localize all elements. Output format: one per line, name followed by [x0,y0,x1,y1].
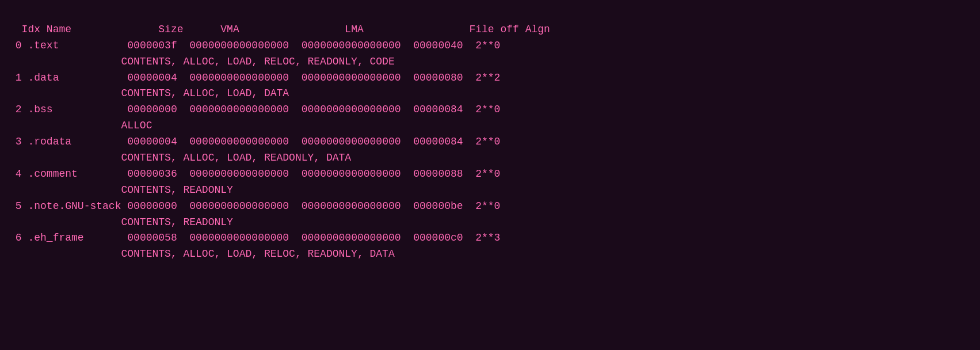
algn-1: 2**2 [475,72,500,83]
flags-row-2: ALLOC [9,120,152,131]
name-2: .bss [28,104,52,115]
name-6: .eh_frame [28,232,83,244]
name-0: .text [28,40,59,51]
section-row-2: 2 .bss 00000000 0000000000000000 0000000… [9,104,500,115]
idx-5: 5 [16,200,22,212]
lma-0: 0000000000000000 [302,40,401,51]
algn-4: 2**0 [475,168,500,180]
section-row-4: 4 .comment 00000036 0000000000000000 000… [9,168,500,180]
flags-row-5: CONTENTS, READONLY [9,216,233,228]
section-row-6: 6 .eh_frame 00000058 0000000000000000 00… [9,232,500,244]
name-4: .comment [28,168,77,180]
idx-0: 0 [16,40,22,51]
lma-1: 0000000000000000 [302,72,401,83]
size-2: 00000000 [127,104,177,115]
header-row: Idx Name Size VMA LMA File off Algn [22,24,550,35]
size-5: 00000000 [127,200,177,212]
fileoff-6: 000000c0 [413,232,463,244]
fileoff-2: 00000084 [413,104,463,115]
header-fileoff: File off [469,24,518,35]
flags-row-0: CONTENTS, ALLOC, LOAD, RELOC, READONLY, … [9,56,395,67]
idx-1: 1 [16,72,22,83]
header-text: Idx [22,24,40,35]
flags-text-2: ALLOC [121,120,152,131]
idx-4: 4 [16,168,22,180]
flags-text-5: CONTENTS, READONLY [121,216,232,228]
flags-row-3: CONTENTS, ALLOC, LOAD, READONLY, DATA [9,152,351,163]
section-row-0: 0 .text 0000003f 0000000000000000 000000… [9,40,500,51]
idx-6: 6 [16,232,22,244]
lma-2: 0000000000000000 [302,104,401,115]
vma-4: 0000000000000000 [189,168,289,180]
algn-0: 2**0 [475,40,500,51]
header-name: Name [47,24,71,35]
size-0: 0000003f [127,40,177,51]
section-row-5: 5 .note.GNU-stack 00000000 0000000000000… [9,200,500,212]
idx-2: 2 [16,104,22,115]
algn-5: 2**0 [475,200,500,212]
vma-5: 0000000000000000 [189,200,289,212]
flags-row-1: CONTENTS, ALLOC, LOAD, DATA [9,88,289,99]
section-row-3: 3 .rodata 00000004 0000000000000000 0000… [9,136,500,147]
fileoff-4: 00000088 [413,168,463,180]
algn-3: 2**0 [475,136,500,147]
size-6: 00000058 [127,232,177,244]
lma-6: 0000000000000000 [302,232,401,244]
name-1: .data [28,72,59,83]
header-vma: VMA [220,24,239,35]
section-row-1: 1 .data 00000004 0000000000000000 000000… [9,72,500,83]
flags-text-0: CONTENTS, ALLOC, LOAD, RELOC, READONLY, … [121,56,394,67]
vma-1: 0000000000000000 [189,72,289,83]
fileoff-5: 000000be [413,200,463,212]
terminal-output: Idx Name Size VMA LMA File off Algn 0 .t… [9,6,971,262]
lma-4: 0000000000000000 [302,168,401,180]
flags-row-6: CONTENTS, ALLOC, LOAD, RELOC, READONLY, … [9,248,395,260]
lma-5: 0000000000000000 [302,200,401,212]
size-3: 00000004 [127,136,177,147]
flags-text-3: CONTENTS, ALLOC, LOAD, READONLY, DATA [121,152,351,163]
fileoff-3: 00000084 [413,136,463,147]
algn-2: 2**0 [475,104,500,115]
size-1: 00000004 [127,72,177,83]
size-4: 00000036 [127,168,177,180]
vma-3: 0000000000000000 [189,136,289,147]
vma-0: 0000000000000000 [189,40,289,51]
flags-row-4: CONTENTS, READONLY [9,184,233,196]
header-algn: Algn [525,24,550,35]
name-3: .rodata [28,136,71,147]
vma-6: 0000000000000000 [189,232,289,244]
header-size: Size [158,24,183,35]
flags-text-4: CONTENTS, READONLY [121,184,232,196]
idx-3: 3 [16,136,22,147]
lma-3: 0000000000000000 [302,136,401,147]
algn-6: 2**3 [475,232,500,244]
fileoff-1: 00000080 [413,72,463,83]
vma-2: 0000000000000000 [189,104,289,115]
fileoff-0: 00000040 [413,40,463,51]
flags-text-6: CONTENTS, ALLOC, LOAD, RELOC, READONLY, … [121,248,394,260]
flags-text-1: CONTENTS, ALLOC, LOAD, DATA [121,88,289,99]
name-5: .note.GNU-stack [28,200,121,212]
header-lma: LMA [345,24,363,35]
